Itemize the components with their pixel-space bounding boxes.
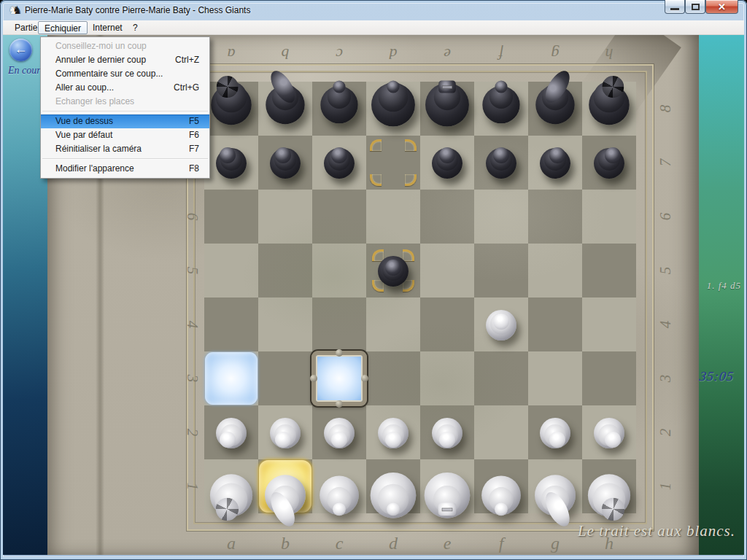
menu-separator: [42, 111, 208, 112]
file-label-top-g: g: [528, 44, 582, 64]
minimize-button[interactable]: [665, 0, 685, 14]
close-button[interactable]: ✕: [705, 0, 738, 14]
file-label-bottom-d: d: [366, 532, 420, 554]
menu-item-aller-au-coup[interactable]: Aller au coup...Ctrl+G: [41, 81, 209, 95]
piece-black-pawn-e7[interactable]: [420, 136, 474, 190]
minimize-icon: [670, 8, 679, 10]
piece-black-pawn-c7[interactable]: [312, 136, 366, 190]
menu-item-modifier-l-apparence[interactable]: Modifier l'apparenceF8: [41, 162, 209, 176]
piece-black-knight-b8[interactable]: [256, 75, 314, 133]
piece-black-rook-h8[interactable]: [580, 75, 638, 133]
piece-black-bishop-c8[interactable]: [310, 75, 368, 133]
app-knight-icon: ♞♞: [9, 4, 23, 17]
piece-white-bishop-f1[interactable]: [471, 464, 532, 525]
last-move-from-marker-d7: [370, 139, 417, 186]
piece-white-pawn-c2[interactable]: [312, 405, 366, 459]
maximize-icon: [692, 4, 700, 10]
maximize-button[interactable]: [685, 0, 705, 14]
move-list: 1. f4 d5: [699, 280, 741, 292]
piece-black-pawn-h7[interactable]: [582, 136, 636, 190]
piece-black-pawn-b7[interactable]: [258, 136, 312, 190]
piece-white-rook-a1[interactable]: [201, 464, 262, 525]
file-label-top-c: c: [312, 44, 366, 64]
menubar-item-echiquier[interactable]: Echiquier: [38, 21, 88, 34]
file-label-top-e: e: [420, 44, 474, 64]
game-clock: 35:05: [699, 369, 735, 384]
piece-black-rook-a8[interactable]: [202, 75, 260, 133]
highlight-hovered-move-c3[interactable]: [311, 351, 367, 406]
piece-white-pawn-e2[interactable]: [420, 405, 474, 459]
highlight-legal-move-a3[interactable]: [205, 352, 258, 405]
menu-item-vue-de-dessus[interactable]: Vue de dessusF5: [41, 114, 209, 128]
piece-white-knight-b1[interactable]: [255, 464, 316, 525]
file-label-top-f: f: [474, 44, 528, 64]
file-label-bottom-a: a: [204, 532, 258, 554]
piece-black-pawn-d5[interactable]: [366, 244, 420, 298]
piece-white-knight-g1[interactable]: [525, 464, 586, 525]
menubar-item-help[interactable]: ?: [127, 21, 144, 34]
turn-status-text: Le trait est aux blancs.: [578, 522, 735, 540]
file-label-bottom-e: e: [420, 532, 474, 554]
menu-separator: [42, 158, 208, 160]
piece-white-rook-h1[interactable]: [579, 464, 640, 525]
back-button[interactable]: ←: [9, 39, 32, 61]
close-icon: ✕: [706, 1, 738, 12]
app-window: ♞♞ Pierre-Marie Baty contre Pierre-Marie…: [0, 0, 747, 560]
piece-black-pawn-a7[interactable]: [204, 136, 258, 190]
file-label-bottom-b: b: [258, 532, 312, 554]
piece-white-queen-d1[interactable]: [363, 464, 424, 525]
menu-item-r-initialiser-la-cam-ra[interactable]: Réinitialiser la caméraF7: [41, 142, 209, 156]
menu-item-vue-par-d-faut[interactable]: Vue par défautF6: [41, 128, 209, 142]
file-label-bottom-g: g: [528, 532, 582, 554]
piece-black-pawn-f7[interactable]: [474, 136, 528, 190]
titlebar[interactable]: ♞♞ Pierre-Marie Baty contre Pierre-Marie…: [3, 0, 744, 20]
file-label-top-d: d: [366, 44, 420, 64]
piece-black-pawn-g7[interactable]: [528, 136, 582, 190]
piece-white-pawn-h2[interactable]: [582, 405, 636, 459]
piece-white-king-e1[interactable]: [417, 464, 478, 525]
piece-black-bishop-f8[interactable]: [472, 75, 530, 133]
file-label-top-b: b: [258, 44, 312, 64]
echiquier-menu-dropdown: Conseillez-moi un coupAnnuler le dernier…: [40, 36, 210, 179]
menu-item-echanger-les-places[interactable]: Echanger les places: [41, 95, 209, 109]
file-label-top-a: a: [204, 44, 258, 64]
menubar-item-internet[interactable]: Internet: [87, 21, 128, 34]
piece-white-pawn-f4[interactable]: [474, 298, 528, 351]
piece-black-queen-d8[interactable]: [364, 75, 422, 133]
piece-black-knight-g8[interactable]: [526, 75, 584, 133]
menu-item-annuler-le-dernier-coup[interactable]: Annuler le dernier coupCtrl+Z: [41, 53, 209, 67]
window-title: Pierre-Marie Baty contre Pierre-Marie Ba…: [25, 5, 250, 15]
back-arrow-icon: ←: [9, 42, 32, 57]
piece-white-pawn-b2[interactable]: [258, 405, 312, 459]
chess-board[interactable]: [204, 82, 636, 513]
piece-white-pawn-a2[interactable]: [204, 405, 258, 459]
piece-black-king-e8[interactable]: [418, 75, 476, 133]
piece-white-pawn-g2[interactable]: [528, 405, 582, 459]
menubar: Partie Echiquier Internet ?: [3, 20, 744, 35]
piece-white-pawn-d2[interactable]: [366, 405, 420, 459]
piece-white-bishop-c1[interactable]: [309, 464, 370, 525]
file-label-bottom-f: f: [474, 532, 528, 554]
right-panel: 1. f4 d5 35:05: [699, 35, 744, 555]
menu-item-commentaire-sur-ce-coup[interactable]: Commentaire sur ce coup...: [41, 67, 209, 81]
file-label-bottom-c: c: [312, 532, 366, 554]
menu-item-conseillez-moi-un-coup[interactable]: Conseillez-moi un coup: [41, 39, 209, 53]
